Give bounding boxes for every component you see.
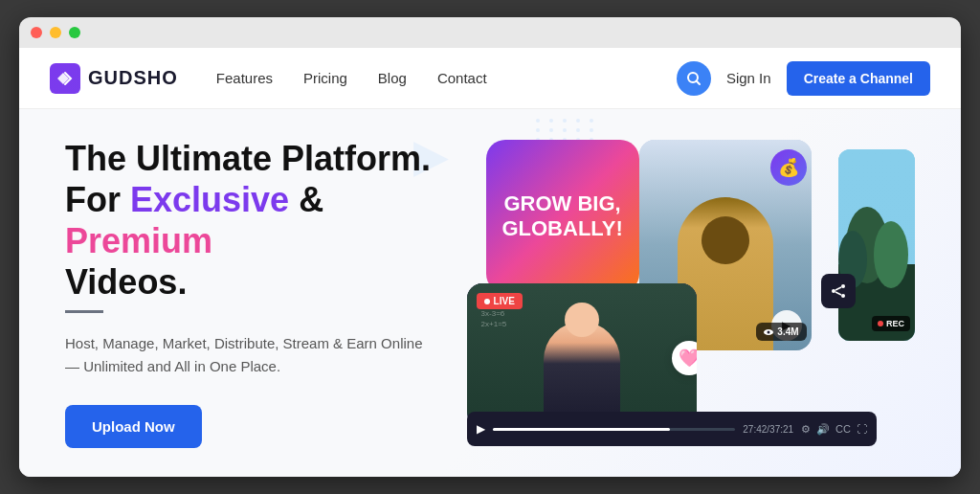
live-video-card: x-6=10 3x-3=6 2x+1=5 LIVE xyxy=(467,283,697,427)
logo-icon xyxy=(50,63,80,94)
nav-links: Features Pricing Blog Contact xyxy=(216,70,487,86)
title-premium: Premium xyxy=(65,221,212,260)
nav-blog[interactable]: Blog xyxy=(378,70,407,86)
player-progress-fill xyxy=(493,428,670,431)
maximize-dot[interactable] xyxy=(69,27,80,38)
video-player-bar: ▶ 27:42/37:21 ⚙ 🔊 CC ⛶ xyxy=(467,412,877,446)
close-dot[interactable] xyxy=(31,27,42,38)
nav-contact[interactable]: Contact xyxy=(437,70,487,86)
grow-big-text: GROW BIG, GLOBALLY! xyxy=(486,182,639,252)
titlebar xyxy=(19,17,961,48)
navbar-right: Sign In Create a Channel xyxy=(677,61,930,96)
title-exclusive: Exclusive xyxy=(130,180,289,219)
browser-window: GUDSHO Features Pricing Blog Contact xyxy=(19,17,961,477)
heart-icon: 🩷 xyxy=(679,348,697,369)
nature-scene xyxy=(838,149,915,341)
hero-visual: GROW BIG, GLOBALLY! ▶ 💰 xyxy=(467,130,915,456)
nature-card: REC xyxy=(838,149,915,341)
svg-point-13 xyxy=(874,221,908,288)
upload-now-button[interactable]: Upload Now xyxy=(65,405,202,448)
stats-badge: 3.4M xyxy=(756,323,806,341)
logo-text: GUDSHO xyxy=(88,67,178,89)
sign-in-link[interactable]: Sign In xyxy=(726,70,771,86)
hero-section: The Ultimate Platform. For Exclusive & P… xyxy=(19,109,961,477)
title-separator-line xyxy=(65,310,103,313)
rec-badge: REC xyxy=(872,316,910,331)
title-for-prefix: For xyxy=(65,180,130,219)
eye-icon xyxy=(764,327,773,337)
navbar: GUDSHO Features Pricing Blog Contact xyxy=(19,48,961,109)
search-icon xyxy=(686,71,702,86)
live-badge: LIVE xyxy=(477,293,523,309)
player-play-icon[interactable]: ▶ xyxy=(477,422,485,436)
create-channel-button[interactable]: Create a Channel xyxy=(787,61,930,96)
svg-line-2 xyxy=(696,80,700,84)
svg-point-7 xyxy=(841,294,845,298)
share-badge xyxy=(821,274,856,308)
settings-icon[interactable]: ⚙ xyxy=(801,423,811,436)
player-progress-bar[interactable] xyxy=(493,428,736,431)
live-label: LIVE xyxy=(494,296,515,306)
title-line3: Videos. xyxy=(65,262,187,302)
title-line1: The Ultimate Platform. xyxy=(65,139,431,178)
player-current-time: 27:42 xyxy=(743,424,767,435)
stats-count: 3.4M xyxy=(777,326,798,337)
logo[interactable]: GUDSHO xyxy=(50,63,178,94)
teacher-head xyxy=(565,303,599,337)
nav-pricing[interactable]: Pricing xyxy=(303,70,347,86)
volume-icon[interactable]: 🔊 xyxy=(816,423,830,436)
hero-text: The Ultimate Platform. For Exclusive & P… xyxy=(65,138,448,449)
svg-point-5 xyxy=(832,289,835,293)
rec-indicator-dot xyxy=(878,321,883,326)
player-total-time: 37:21 xyxy=(769,424,793,435)
grow-big-card: GROW BIG, GLOBALLY! xyxy=(486,140,639,293)
money-badge: 💰 xyxy=(770,149,807,186)
hero-title: The Ultimate Platform. For Exclusive & P… xyxy=(65,138,448,314)
search-button[interactable] xyxy=(677,61,711,96)
minimize-dot[interactable] xyxy=(50,27,61,38)
nav-features[interactable]: Features xyxy=(216,70,273,86)
captions-icon[interactable]: CC xyxy=(835,423,851,436)
live-card-bg: x-6=10 3x-3=6 2x+1=5 LIVE xyxy=(467,283,697,427)
title-separator: & xyxy=(289,180,323,219)
player-time: 27:42/37:21 xyxy=(743,424,793,435)
svg-point-4 xyxy=(768,330,770,333)
svg-point-6 xyxy=(841,284,845,288)
svg-line-9 xyxy=(835,292,841,295)
svg-line-8 xyxy=(835,287,841,290)
live-indicator-dot xyxy=(484,299,490,304)
rec-label: REC xyxy=(886,319,904,328)
navbar-left: GUDSHO Features Pricing Blog Contact xyxy=(50,63,487,94)
share-icon xyxy=(831,283,846,299)
person-head xyxy=(702,216,749,264)
fullscreen-icon[interactable]: ⛶ xyxy=(857,423,867,436)
page-content: GUDSHO Features Pricing Blog Contact xyxy=(19,48,961,477)
hero-subtitle: Host, Manage, Market, Distribute, Stream… xyxy=(65,332,429,378)
player-controls: ⚙ 🔊 CC ⛶ xyxy=(801,423,867,436)
